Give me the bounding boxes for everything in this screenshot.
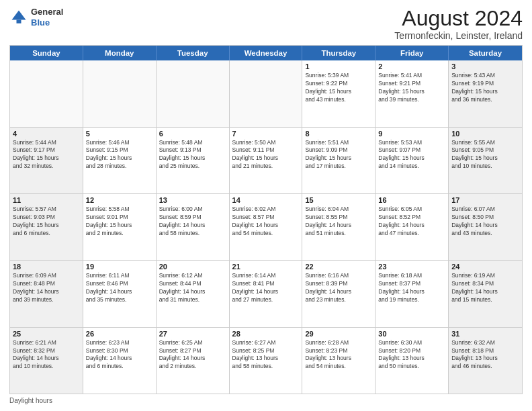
calendar-cell: 8Sunrise: 5:51 AM Sunset: 9:09 PM Daylig… (302, 128, 375, 193)
calendar-row: 4Sunrise: 5:44 AM Sunset: 9:17 PM Daylig… (10, 128, 522, 194)
day-info: Sunrise: 6:28 AM Sunset: 8:23 PM Dayligh… (305, 339, 372, 371)
day-info: Sunrise: 6:30 AM Sunset: 8:20 PM Dayligh… (378, 339, 445, 371)
day-info: Sunrise: 6:19 AM Sunset: 8:34 PM Dayligh… (451, 272, 519, 304)
calendar-cell: 13Sunrise: 6:00 AM Sunset: 8:59 PM Dayli… (157, 194, 230, 260)
day-info: Sunrise: 6:00 AM Sunset: 8:59 PM Dayligh… (159, 205, 226, 238)
calendar-cell (157, 60, 230, 126)
calendar-row: 1Sunrise: 5:39 AM Sunset: 9:22 PM Daylig… (10, 60, 522, 127)
day-info: Sunrise: 6:25 AM Sunset: 8:27 PM Dayligh… (159, 339, 226, 371)
calendar-body: 1Sunrise: 5:39 AM Sunset: 9:22 PM Daylig… (10, 60, 522, 394)
calendar-cell: 26Sunrise: 6:23 AM Sunset: 8:30 PM Dayli… (83, 328, 157, 394)
day-number: 30 (378, 330, 445, 338)
calendar-cell: 19Sunrise: 6:11 AM Sunset: 8:46 PM Dayli… (83, 261, 157, 326)
calendar-cell: 1Sunrise: 5:39 AM Sunset: 9:22 PM Daylig… (302, 60, 375, 126)
calendar: SundayMondayTuesdayWednesdayThursdayFrid… (9, 45, 523, 394)
day-number: 7 (232, 130, 300, 138)
logo-text: General Blue (31, 7, 63, 28)
footer-note: Daylight hours (9, 397, 523, 404)
day-info: Sunrise: 6:11 AM Sunset: 8:46 PM Dayligh… (86, 272, 153, 304)
calendar-cell: 7Sunrise: 5:50 AM Sunset: 9:11 PM Daylig… (230, 128, 303, 193)
day-info: Sunrise: 6:02 AM Sunset: 8:57 PM Dayligh… (232, 205, 300, 238)
day-info: Sunrise: 6:04 AM Sunset: 8:55 PM Dayligh… (305, 205, 372, 238)
day-info: Sunrise: 6:27 AM Sunset: 8:25 PM Dayligh… (232, 339, 300, 371)
day-number: 12 (86, 196, 153, 204)
calendar-cell: 30Sunrise: 6:30 AM Sunset: 8:20 PM Dayli… (375, 328, 449, 394)
calendar-header-cell: Tuesday (157, 46, 230, 60)
calendar-cell: 31Sunrise: 6:32 AM Sunset: 8:18 PM Dayli… (449, 328, 522, 394)
calendar-header-cell: Saturday (449, 46, 522, 60)
calendar-cell: 12Sunrise: 5:58 AM Sunset: 9:01 PM Dayli… (83, 194, 157, 260)
day-number: 28 (232, 330, 300, 338)
day-number: 13 (159, 196, 226, 204)
calendar-cell: 3Sunrise: 5:43 AM Sunset: 9:19 PM Daylig… (449, 60, 522, 126)
day-number: 19 (86, 263, 153, 271)
calendar-header-cell: Friday (375, 46, 449, 60)
subtitle: Termonfeckin, Leinster, Ireland (394, 30, 523, 41)
calendar-cell: 11Sunrise: 5:57 AM Sunset: 9:03 PM Dayli… (10, 194, 83, 260)
day-number: 2 (378, 62, 445, 71)
day-info: Sunrise: 5:41 AM Sunset: 9:21 PM Dayligh… (378, 72, 445, 104)
calendar-cell: 18Sunrise: 6:09 AM Sunset: 8:48 PM Dayli… (10, 261, 83, 326)
calendar-cell: 2Sunrise: 5:41 AM Sunset: 9:21 PM Daylig… (375, 60, 449, 126)
day-info: Sunrise: 5:44 AM Sunset: 9:17 PM Dayligh… (13, 139, 80, 171)
day-info: Sunrise: 5:48 AM Sunset: 9:13 PM Dayligh… (159, 139, 226, 171)
calendar-row: 25Sunrise: 6:21 AM Sunset: 8:32 PM Dayli… (10, 328, 522, 394)
day-info: Sunrise: 6:32 AM Sunset: 8:18 PM Dayligh… (451, 339, 519, 371)
calendar-cell: 27Sunrise: 6:25 AM Sunset: 8:27 PM Dayli… (157, 328, 230, 394)
day-number: 22 (305, 263, 372, 271)
day-number: 16 (378, 196, 445, 204)
calendar-row: 18Sunrise: 6:09 AM Sunset: 8:48 PM Dayli… (10, 261, 522, 327)
main-title: August 2024 (394, 7, 523, 30)
logo: General Blue (9, 7, 63, 28)
day-info: Sunrise: 5:46 AM Sunset: 9:15 PM Dayligh… (86, 139, 153, 171)
calendar-cell: 25Sunrise: 6:21 AM Sunset: 8:32 PM Dayli… (10, 328, 83, 394)
calendar-cell: 4Sunrise: 5:44 AM Sunset: 9:17 PM Daylig… (10, 128, 83, 193)
calendar-header-cell: Wednesday (230, 46, 303, 60)
logo-general: General (31, 7, 63, 17)
day-info: Sunrise: 6:18 AM Sunset: 8:37 PM Dayligh… (378, 272, 445, 304)
day-number: 24 (451, 263, 519, 271)
calendar-cell: 22Sunrise: 6:16 AM Sunset: 8:39 PM Dayli… (302, 261, 375, 326)
day-number: 21 (232, 263, 300, 271)
title-block: August 2024 Termonfeckin, Leinster, Irel… (394, 7, 523, 41)
day-number: 20 (159, 263, 226, 271)
day-number: 4 (13, 130, 80, 138)
day-number: 5 (86, 130, 153, 138)
header: General Blue August 2024 Termonfeckin, L… (9, 7, 523, 41)
calendar-header-cell: Sunday (10, 46, 83, 60)
day-number: 10 (451, 130, 519, 138)
calendar-cell: 9Sunrise: 5:53 AM Sunset: 9:07 PM Daylig… (375, 128, 449, 193)
day-number: 23 (378, 263, 445, 271)
calendar-cell: 17Sunrise: 6:07 AM Sunset: 8:50 PM Dayli… (449, 194, 522, 260)
calendar-cell: 29Sunrise: 6:28 AM Sunset: 8:23 PM Dayli… (302, 328, 375, 394)
day-number: 11 (13, 196, 80, 204)
svg-rect-1 (17, 19, 21, 23)
day-info: Sunrise: 5:50 AM Sunset: 9:11 PM Dayligh… (232, 139, 300, 171)
day-info: Sunrise: 5:51 AM Sunset: 9:09 PM Dayligh… (305, 139, 372, 171)
calendar-cell: 5Sunrise: 5:46 AM Sunset: 9:15 PM Daylig… (83, 128, 157, 193)
calendar-cell (230, 60, 303, 126)
logo-icon (9, 8, 28, 27)
day-info: Sunrise: 5:53 AM Sunset: 9:07 PM Dayligh… (378, 139, 445, 171)
calendar-cell: 16Sunrise: 6:05 AM Sunset: 8:52 PM Dayli… (375, 194, 449, 260)
calendar-cell: 23Sunrise: 6:18 AM Sunset: 8:37 PM Dayli… (375, 261, 449, 326)
day-number: 15 (305, 196, 372, 204)
calendar-header-cell: Monday (83, 46, 157, 60)
day-info: Sunrise: 6:21 AM Sunset: 8:32 PM Dayligh… (13, 339, 80, 371)
day-info: Sunrise: 6:12 AM Sunset: 8:44 PM Dayligh… (159, 272, 226, 304)
day-number: 6 (159, 130, 226, 138)
calendar-cell: 24Sunrise: 6:19 AM Sunset: 8:34 PM Dayli… (449, 261, 522, 326)
day-number: 31 (451, 330, 519, 338)
calendar-row: 11Sunrise: 5:57 AM Sunset: 9:03 PM Dayli… (10, 194, 522, 261)
calendar-cell (10, 60, 83, 126)
day-info: Sunrise: 5:55 AM Sunset: 9:05 PM Dayligh… (451, 139, 519, 171)
day-info: Sunrise: 6:14 AM Sunset: 8:41 PM Dayligh… (232, 272, 300, 304)
day-number: 29 (305, 330, 372, 338)
day-info: Sunrise: 6:09 AM Sunset: 8:48 PM Dayligh… (13, 272, 80, 304)
page: General Blue August 2024 Termonfeckin, L… (0, 0, 532, 411)
calendar-cell: 6Sunrise: 5:48 AM Sunset: 9:13 PM Daylig… (157, 128, 230, 193)
logo-blue: Blue (31, 17, 63, 28)
day-number: 8 (305, 130, 372, 138)
calendar-cell: 21Sunrise: 6:14 AM Sunset: 8:41 PM Dayli… (230, 261, 303, 326)
calendar-cell: 15Sunrise: 6:04 AM Sunset: 8:55 PM Dayli… (302, 194, 375, 260)
